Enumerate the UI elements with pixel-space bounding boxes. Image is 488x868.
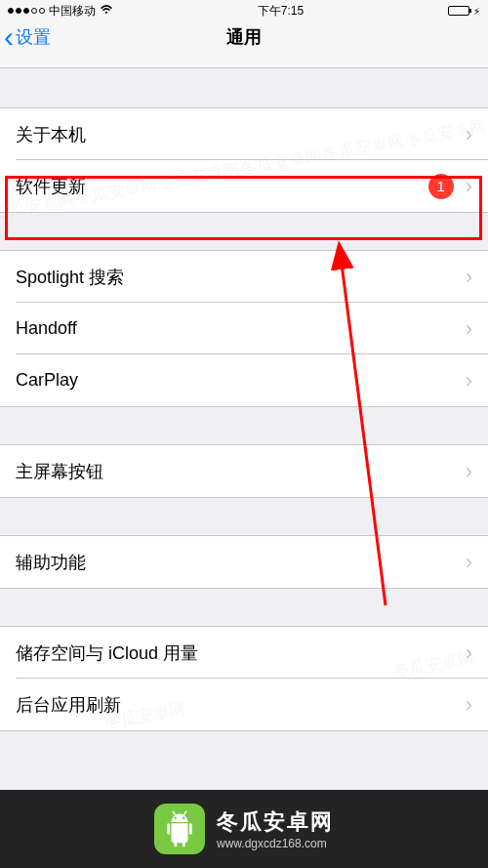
row-label: 主屏幕按钮 — [16, 460, 458, 483]
update-badge: 1 — [428, 174, 454, 199]
svg-line-9 — [183, 811, 186, 815]
row-home-button[interactable]: 主屏幕按钮 › — [0, 445, 488, 497]
chevron-right-icon: › — [466, 316, 472, 342]
row-software-update[interactable]: 软件更新 1 › — [0, 160, 488, 212]
group-storage: 储存空间与 iCloud 用量 › 后台应用刷新 › — [0, 626, 488, 731]
watermark-title: 冬瓜安卓网 — [217, 807, 334, 837]
carrier-label: 中国移动 — [49, 3, 96, 20]
back-button[interactable]: ‹ 设置 — [4, 25, 51, 49]
svg-rect-6 — [174, 842, 177, 847]
row-label: 后台应用刷新 — [16, 693, 458, 717]
wifi-icon — [100, 5, 113, 17]
chevron-right-icon: › — [466, 641, 472, 666]
row-storage[interactable]: 储存空间与 iCloud 用量 › — [0, 627, 488, 679]
svg-rect-7 — [183, 842, 185, 847]
row-about[interactable]: 关于本机 › — [0, 108, 488, 160]
group-accessibility: 辅助功能 › — [0, 535, 488, 589]
row-label: 软件更新 — [16, 175, 428, 198]
row-handoff[interactable]: Handoff › — [0, 303, 488, 354]
chevron-right-icon: › — [466, 174, 472, 199]
row-spotlight[interactable]: Spotlight 搜索 › — [0, 251, 488, 303]
status-bar: 中国移动 下午7:15 ⚡︎ — [0, 0, 488, 21]
svg-point-2 — [174, 816, 177, 819]
watermark-url: www.dgxcdz168.com — [217, 837, 327, 850]
row-label: 储存空间与 iCloud 用量 — [16, 641, 458, 665]
group-features: Spotlight 搜索 › Handoff › CarPlay › — [0, 250, 488, 407]
watermark-android-icon — [154, 804, 205, 854]
row-label: 关于本机 — [16, 123, 458, 146]
chevron-right-icon: › — [466, 692, 472, 718]
chevron-right-icon: › — [466, 550, 472, 575]
svg-line-8 — [173, 811, 176, 815]
row-background-refresh[interactable]: 后台应用刷新 › — [0, 679, 488, 730]
chevron-right-icon: › — [466, 122, 472, 147]
back-label: 设置 — [16, 25, 51, 49]
status-time: 下午7:15 — [258, 3, 304, 20]
battery-icon — [448, 6, 469, 16]
row-label: Spotlight 搜索 — [16, 266, 458, 289]
nav-bar: ‹ 设置 通用 — [0, 21, 488, 68]
svg-rect-4 — [167, 823, 170, 834]
row-label: CarPlay — [16, 370, 458, 391]
charging-icon: ⚡︎ — [473, 6, 480, 17]
group-device: 关于本机 › 软件更新 1 › — [0, 107, 488, 213]
chevron-left-icon: ‹ — [4, 28, 14, 46]
signal-strength-icon — [8, 8, 45, 14]
row-label: Handoff — [16, 318, 458, 339]
group-home: 主屏幕按钮 › — [0, 444, 488, 498]
row-accessibility[interactable]: 辅助功能 › — [0, 536, 488, 588]
svg-point-3 — [183, 816, 185, 819]
row-carplay[interactable]: CarPlay › — [0, 354, 488, 406]
chevron-right-icon: › — [466, 265, 472, 290]
chevron-right-icon: › — [466, 368, 472, 393]
svg-rect-5 — [189, 823, 192, 834]
row-label: 辅助功能 — [16, 551, 458, 574]
watermark-footer: 冬瓜安卓网 www.dgxcdz168.com — [0, 790, 488, 868]
chevron-right-icon: › — [466, 459, 472, 484]
page-title: 通用 — [226, 25, 262, 49]
